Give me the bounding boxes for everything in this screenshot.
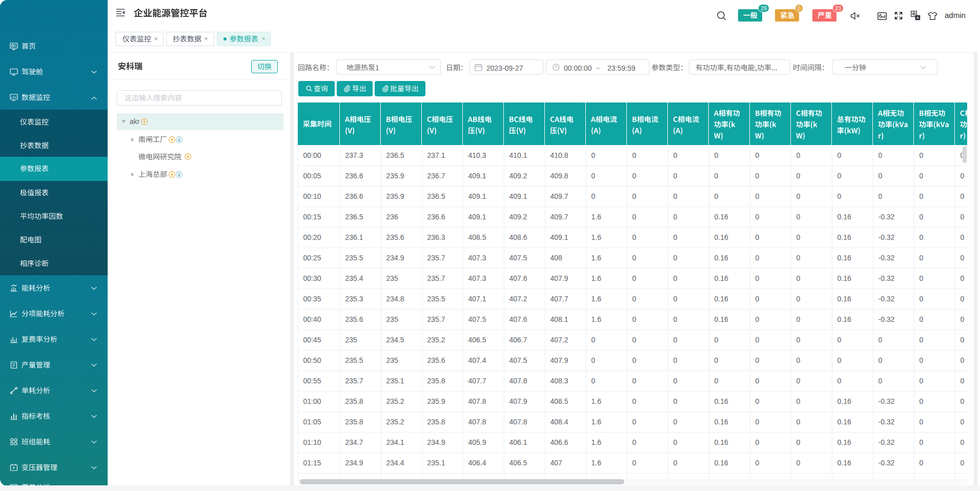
svg-text:A: A: [916, 15, 919, 20]
